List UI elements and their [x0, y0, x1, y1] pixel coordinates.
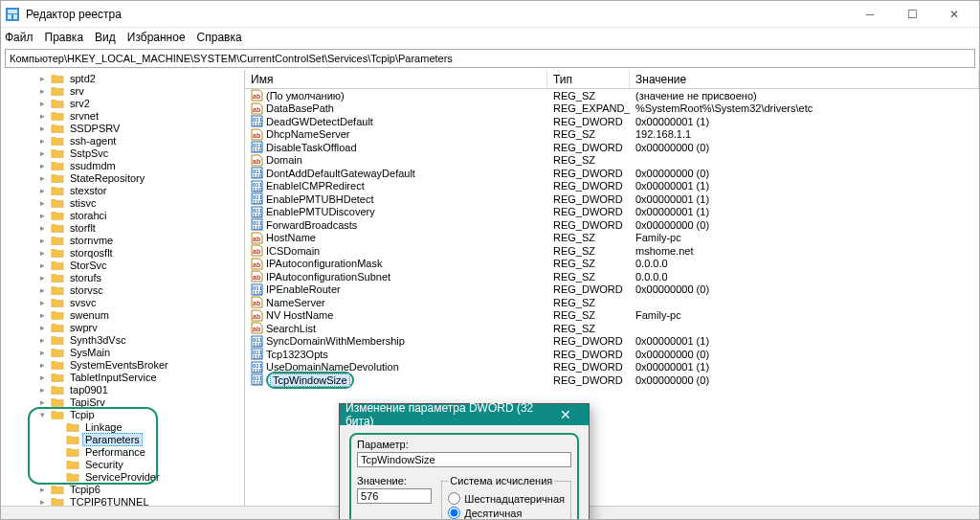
radio-hex[interactable] [448, 492, 460, 505]
tree-item[interactable]: ▾Tcpip [3, 408, 244, 420]
expander-icon[interactable]: ▸ [37, 310, 48, 320]
expander-icon[interactable]: ▸ [37, 136, 48, 146]
tree-item[interactable]: ▸sptd2 [3, 72, 244, 84]
tree-item[interactable]: ▸SystemEventsBroker [3, 358, 244, 371]
tree-item[interactable]: ▸StorSvc [3, 259, 244, 271]
list-row[interactable]: 011110Tcp1323Opts REG_DWORD 0x00000000 (… [245, 348, 979, 361]
list-row[interactable]: abHostName REG_SZ Family-pc [245, 232, 979, 245]
tree-item[interactable]: ▸TabletInputService [3, 371, 244, 383]
expander-icon[interactable]: ▸ [37, 497, 48, 507]
expander-icon[interactable]: ▸ [37, 323, 48, 332]
tree-item[interactable]: ▸SSDPSRV [3, 122, 244, 134]
tree-item[interactable]: ▸svsvc [3, 296, 244, 308]
list-row[interactable]: abIPAutoconfigurationSubnet REG_SZ 0.0.0… [245, 270, 979, 283]
menu-file[interactable]: Файл [5, 31, 33, 44]
col-type[interactable]: Тип [547, 71, 630, 88]
list-row[interactable]: 011110DisableTaskOffload REG_DWORD 0x000… [245, 141, 979, 154]
list-row[interactable]: 011110DeadGWDetectDefault REG_DWORD 0x00… [245, 115, 979, 128]
minimize-button[interactable]: ─ [849, 2, 891, 27]
expander-icon[interactable]: ▸ [37, 260, 48, 270]
list-row[interactable]: abSearchList REG_SZ [245, 322, 979, 335]
expander-icon[interactable]: ▸ [37, 385, 48, 395]
expander-icon[interactable]: ▸ [37, 348, 48, 357]
list-row[interactable]: ab(По умолчанию) REG_SZ (значение не при… [245, 89, 979, 102]
value-field[interactable] [357, 488, 432, 504]
col-value[interactable]: Значение [630, 71, 979, 88]
tree-item[interactable]: ▸storufs [3, 271, 244, 283]
tree-item[interactable]: ▸storflt [3, 221, 244, 234]
list-row[interactable]: abNameServer REG_SZ [245, 296, 979, 309]
tree-scrollbar[interactable] [1, 506, 245, 519]
expander-icon[interactable]: ▸ [37, 236, 48, 245]
tree-item[interactable]: ServiceProvider [32, 470, 244, 483]
expander-icon[interactable]: ▸ [37, 373, 48, 382]
list-row[interactable]: 011110ForwardBroadcasts REG_DWORD 0x0000… [245, 218, 979, 232]
tree-item[interactable]: ▸SysMain [3, 346, 244, 358]
menu-favorites[interactable]: Избранное [127, 31, 186, 44]
expander-icon[interactable]: ▸ [37, 86, 48, 96]
tree-item[interactable]: ▸storahci [3, 209, 244, 221]
menu-help[interactable]: Справка [197, 31, 242, 44]
list-row[interactable]: abDhcpNameServer REG_SZ 192.168.1.1 [245, 128, 979, 142]
expander-icon[interactable]: ▸ [37, 198, 48, 208]
col-name[interactable]: Имя [245, 71, 547, 88]
list-row[interactable]: abDomain REG_SZ [245, 154, 979, 168]
list-row[interactable]: 011110EnablePMTUDiscovery REG_DWORD 0x00… [245, 206, 979, 219]
list-row[interactable]: abICSDomain REG_SZ mshome.net [245, 244, 979, 258]
tree-item[interactable]: ▸StateRepository [3, 171, 244, 184]
close-button[interactable]: ✕ [933, 2, 975, 27]
tree-item[interactable]: ▸stexstor [3, 184, 244, 196]
expander-icon[interactable]: ▸ [37, 74, 48, 83]
list-row[interactable]: 011110DontAddDefaultGatewayDefault REG_D… [245, 167, 979, 180]
radio-dec[interactable] [448, 507, 460, 519]
dialog-titlebar[interactable]: Изменение параметра DWORD (32 бита) ✕ [340, 404, 589, 425]
tree-item[interactable]: ▸tap0901 [3, 383, 244, 396]
list-row[interactable]: 011110IPEnableRouter REG_DWORD 0x0000000… [245, 283, 979, 297]
list-row[interactable]: 011110SyncDomainWithMembership REG_DWORD… [245, 335, 979, 349]
expander-icon[interactable]: ▸ [37, 285, 48, 295]
expander-icon[interactable]: ▸ [37, 173, 48, 183]
expander-icon[interactable]: ▸ [37, 335, 48, 345]
list-row[interactable]: abDataBasePath REG_EXPAND_SZ %SystemRoot… [245, 102, 979, 116]
tree-item[interactable]: ▸swenum [3, 308, 244, 321]
expander-icon[interactable]: ▸ [37, 360, 48, 370]
tree-item[interactable]: ▸Tcpip6 [3, 483, 244, 495]
list-row[interactable]: 011110TcpWindowSize REG_DWORD 0x00000000… [245, 373, 979, 387]
expander-icon[interactable]: ▸ [37, 211, 48, 220]
tree-item[interactable]: ▸SstpSvc [3, 147, 244, 159]
tree-item[interactable]: ▸stisvc [3, 196, 244, 209]
expander-icon[interactable]: ▸ [37, 124, 48, 133]
tree-item[interactable]: ▸Synth3dVsc [3, 333, 244, 346]
tree-item[interactable]: ▸storqosflt [3, 246, 244, 259]
tree-item[interactable]: ▸ssh-agent [3, 134, 244, 147]
tree-item[interactable]: Security [32, 458, 244, 470]
tree-item[interactable]: ▸srv2 [3, 97, 244, 109]
expander-icon[interactable]: ▸ [37, 161, 48, 170]
menu-edit[interactable]: Правка [45, 31, 84, 44]
tree-item[interactable]: ▸srv [3, 84, 244, 97]
address-bar[interactable]: Компьютер\HKEY_LOCAL_MACHINE\SYSTEM\Curr… [5, 49, 975, 68]
tree-item[interactable]: ▸ssudmdm [3, 159, 244, 171]
tree-item[interactable]: ▸swprv [3, 321, 244, 333]
expander-icon[interactable]: ▸ [37, 99, 48, 108]
expander-icon[interactable]: ▸ [37, 248, 48, 258]
param-field[interactable] [357, 452, 571, 467]
tree-item[interactable]: Parameters [32, 433, 244, 445]
maximize-button[interactable]: ☐ [891, 2, 933, 27]
tree-pane[interactable]: ▸sptd2▸srv▸srv2▸srvnet▸SSDPSRV▸ssh-agent… [1, 70, 245, 519]
expander-icon[interactable]: ▸ [37, 111, 48, 121]
expander-icon[interactable]: ▸ [37, 273, 48, 283]
expander-icon[interactable]: ▸ [37, 397, 48, 407]
list-row[interactable]: abNV HostName REG_SZ Family-pc [245, 309, 979, 323]
expander-icon[interactable]: ▸ [37, 485, 48, 494]
tree-item[interactable]: Linkage [32, 420, 244, 433]
tree-item[interactable]: ▸srvnet [3, 109, 244, 122]
dialog-close-button[interactable]: ✕ [547, 407, 583, 422]
expander-icon[interactable]: ▸ [37, 148, 48, 158]
list-row[interactable]: 011110EnablePMTUBHDetect REG_DWORD 0x000… [245, 192, 979, 206]
expander-icon[interactable]: ▸ [37, 223, 48, 233]
tree-item[interactable]: ▸stornvme [3, 234, 244, 246]
expander-icon[interactable]: ▸ [37, 298, 48, 307]
tree-item[interactable]: Performance [32, 445, 244, 458]
list-row[interactable]: abIPAutoconfigurationMask REG_SZ 0.0.0.0 [245, 258, 979, 271]
